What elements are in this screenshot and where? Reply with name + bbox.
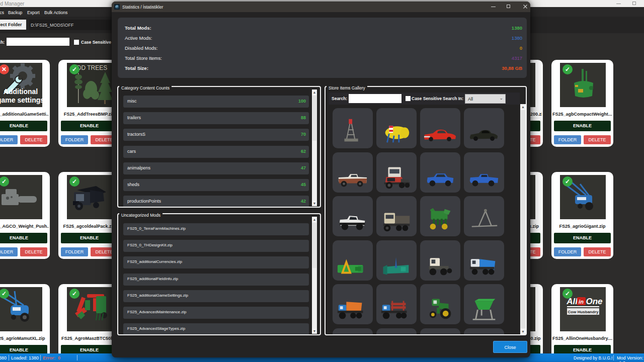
svg-text:game settings: game settings: [0, 96, 42, 104]
svg-text:Cow Husbandry: Cow Husbandry: [568, 310, 599, 314]
svg-text:DD TREES: DD TREES: [77, 64, 107, 71]
svg-text:in: in: [579, 299, 584, 305]
svg-text:Additional: Additional: [4, 87, 38, 96]
svg-text:One: One: [586, 297, 602, 306]
